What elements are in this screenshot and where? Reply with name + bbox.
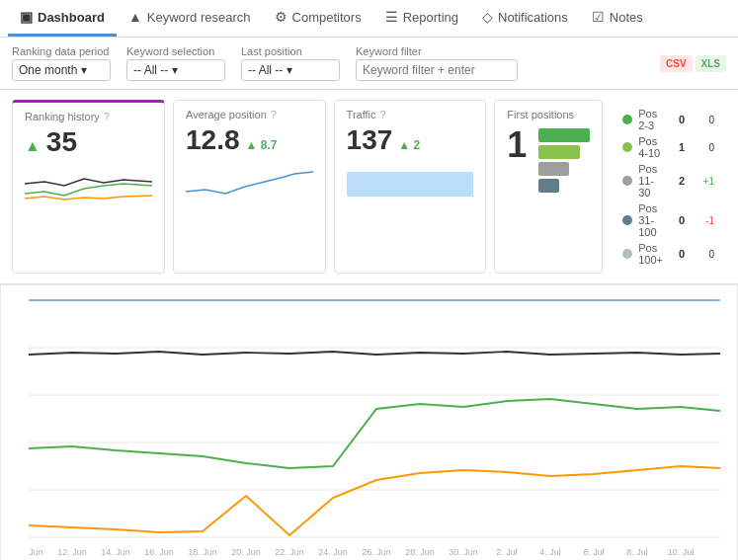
svg-text:4. Jul: 4. Jul — [539, 547, 561, 557]
keyword-filter-input[interactable] — [356, 59, 518, 81]
legend-dot-pos100plus — [622, 249, 632, 259]
ranking-period-group: Ranking data period One month ▾ — [12, 45, 111, 81]
svg-text:12. Jun: 12. Jun — [57, 547, 87, 557]
first-positions-bars — [538, 128, 590, 193]
tab-notes[interactable]: ☑ Notes — [580, 0, 655, 37]
legend-dot-pos1130 — [622, 176, 632, 186]
help-icon-ranking[interactable]: ? — [104, 111, 110, 122]
ranking-history-chart — [25, 164, 152, 203]
ranking-history-card: Ranking history ? ▲ 35 — [12, 100, 165, 274]
chevron-down-icon-2: ▾ — [172, 63, 178, 77]
tab-dashboard[interactable]: ▣ Dashboard — [8, 0, 117, 37]
svg-text:14. Jun: 14. Jun — [101, 547, 130, 557]
traffic-card: Traffic ? 137 ▲ 2 — [334, 100, 487, 274]
help-icon-avg[interactable]: ? — [271, 109, 277, 120]
svg-text:6. Jul: 6. Jul — [583, 547, 605, 557]
keyword-selection-label: Keyword selection — [126, 45, 225, 57]
avg-position-title: Average position ? — [186, 109, 313, 120]
legend-item-pos23: Pos 2-3 0 0 — [622, 108, 714, 131]
first-positions-value: 1 — [507, 124, 527, 193]
legend-dot-pos410 — [622, 142, 632, 152]
svg-text:10. Jul: 10. Jul — [668, 547, 695, 557]
tab-competitors[interactable]: ⚙ Competitors — [263, 0, 373, 37]
svg-text:28. Jun: 28. Jun — [405, 547, 435, 557]
csv-export-button[interactable]: CSV — [660, 55, 693, 72]
legend-item-pos410: Pos 4-10 1 0 — [622, 135, 714, 159]
legend-item-pos100plus: Pos 100+ 0 0 — [622, 242, 714, 266]
first-positions-content: 1 — [507, 124, 590, 193]
svg-text:30. Jun: 30. Jun — [449, 547, 478, 557]
pos-bar-gray — [538, 162, 569, 176]
keyword-selection-group: Keyword selection -- All -- ▾ — [126, 45, 225, 81]
export-buttons: CSV XLS — [660, 55, 726, 72]
pos-bar-row-2 — [538, 145, 590, 159]
svg-text:20. Jun: 20. Jun — [231, 547, 261, 557]
main-chart-svg: 0 10 20 30 40 50 10. Jun 12. Jun 14. Jun… — [29, 290, 738, 560]
first-positions-title: First positions — [507, 109, 590, 120]
svg-text:22. Jun: 22. Jun — [275, 547, 304, 557]
legend-dot-pos23 — [622, 115, 632, 124]
legend-dot-pos31100 — [622, 215, 632, 225]
svg-text:8. Jul: 8. Jul — [626, 547, 648, 557]
position-legend: Pos 2-3 0 0 Pos 4-10 1 0 Pos 11-30 2 +1 … — [611, 100, 726, 274]
keyword-icon: ▲ — [128, 9, 142, 25]
chevron-down-icon: ▾ — [81, 63, 87, 77]
tab-notifications[interactable]: ◇ Notifications — [470, 0, 580, 37]
pos-bar-row-4 — [538, 179, 590, 193]
pos-bar-dark-gray — [538, 179, 559, 193]
keyword-filter-group: Keyword filter — [356, 45, 518, 81]
ranking-history-title: Ranking history ? — [25, 111, 152, 122]
legend-item-pos31100: Pos 31-100 0 -1 — [622, 202, 714, 238]
traffic-change: ▲ 2 — [398, 138, 420, 152]
traffic-chart — [347, 162, 474, 201]
reporting-icon: ☰ — [385, 9, 398, 25]
pos-bar-row-1 — [538, 128, 590, 142]
competitors-icon: ⚙ — [275, 9, 287, 25]
pos-bar-green — [538, 128, 590, 142]
tab-keyword-research[interactable]: ▲ Keyword research — [117, 0, 263, 37]
last-position-select[interactable]: -- All -- ▾ — [241, 59, 340, 81]
avg-position-card: Average position ? 12.8 ▲ 8.7 — [173, 100, 326, 274]
keyword-filter-label: Keyword filter — [356, 45, 518, 57]
pos-bar-light-green — [538, 145, 580, 159]
keyword-selection-select[interactable]: -- All -- ▾ — [126, 59, 225, 81]
avg-position-value: 12.8 ▲ 8.7 — [186, 124, 313, 156]
stats-row: Ranking history ? ▲ 35 Average position … — [0, 90, 738, 284]
svg-text:24. Jun: 24. Jun — [318, 547, 348, 557]
ranking-history-value: ▲ 35 — [25, 126, 152, 158]
notifications-icon: ◇ — [482, 9, 493, 25]
svg-rect-0 — [347, 172, 474, 197]
main-chart-area: 0 10 20 30 40 50 10. Jun 12. Jun 14. Jun… — [0, 284, 738, 560]
filter-bar: Ranking data period One month ▾ Keyword … — [0, 38, 738, 90]
pos-bar-row-3 — [538, 162, 590, 176]
traffic-value: 137 ▲ 2 — [347, 124, 474, 156]
ranking-period-label: Ranking data period — [12, 45, 111, 57]
legend-item-pos1130: Pos 11-30 2 +1 — [622, 163, 714, 199]
svg-text:16. Jun: 16. Jun — [144, 547, 174, 557]
avg-position-chart — [186, 162, 313, 201]
help-icon-traffic[interactable]: ? — [380, 109, 386, 120]
chevron-down-icon-3: ▾ — [287, 63, 292, 77]
avg-position-change: ▲ 8.7 — [246, 138, 278, 152]
svg-text:10. Jun: 10. Jun — [29, 547, 43, 557]
tab-reporting[interactable]: ☰ Reporting — [373, 0, 470, 37]
notes-icon: ☑ — [592, 9, 605, 25]
svg-text:26. Jun: 26. Jun — [362, 547, 391, 557]
traffic-title: Traffic ? — [347, 109, 474, 120]
last-position-group: Last position -- All -- ▾ — [241, 45, 340, 81]
xls-export-button[interactable]: XLS — [696, 55, 726, 72]
first-positions-card: First positions 1 — [494, 100, 603, 274]
nav-bar: ▣ Dashboard ▲ Keyword research ⚙ Competi… — [0, 0, 738, 38]
svg-text:18. Jun: 18. Jun — [188, 547, 217, 557]
svg-text:2. Jul: 2. Jul — [496, 547, 518, 557]
ranking-period-select[interactable]: One month ▾ — [12, 59, 111, 81]
ranking-up-arrow: ▲ — [25, 137, 41, 155]
dashboard-icon: ▣ — [20, 9, 33, 25]
last-position-label: Last position — [241, 45, 340, 57]
